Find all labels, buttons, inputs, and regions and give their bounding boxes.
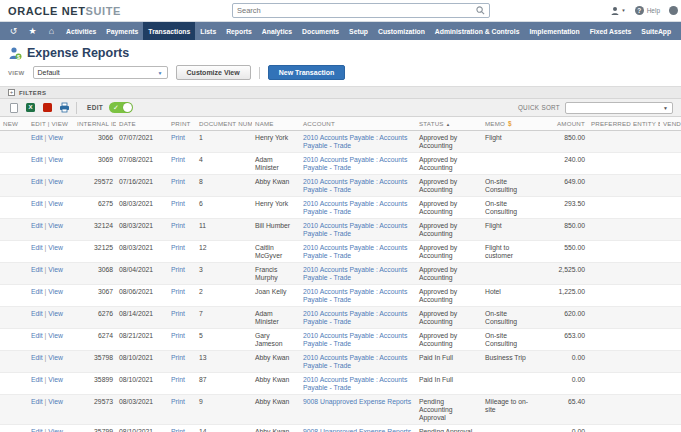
edit-link[interactable]: Edit <box>31 332 43 339</box>
account-link[interactable]: 2010 Accounts Payable : Accounts Payable… <box>303 354 407 369</box>
print-link[interactable]: Print <box>171 332 185 339</box>
nav-item-reports[interactable]: Reports <box>221 22 257 40</box>
nav-item-setup[interactable]: Setup <box>344 22 373 40</box>
customize-view-button[interactable]: Customize View <box>176 65 251 80</box>
edit-link[interactable]: Edit <box>31 354 43 361</box>
account-link[interactable]: 9008 Unapproved Expense Reports <box>303 428 411 432</box>
nav-item-lists[interactable]: Lists <box>195 22 221 40</box>
col-header-memo[interactable]: MEMO$ <box>482 117 540 130</box>
print-link[interactable]: Print <box>171 222 185 229</box>
edit-link[interactable]: Edit <box>31 376 43 383</box>
edit-link[interactable]: Edit <box>31 310 43 317</box>
view-link[interactable]: View <box>48 288 63 295</box>
nav-item-payments[interactable]: Payments <box>101 22 143 40</box>
col-header-new[interactable]: NEW <box>0 117 28 130</box>
view-link[interactable]: View <box>48 200 63 207</box>
col-header-name[interactable]: NAME <box>252 117 300 130</box>
col-header-vendor-bank[interactable]: VENDOR BANK <box>660 117 681 130</box>
edit-link[interactable]: Edit <box>31 398 43 405</box>
edit-link[interactable]: Edit <box>31 288 43 295</box>
view-link[interactable]: View <box>48 398 63 405</box>
nav-item-implementation[interactable]: Implementation <box>524 22 584 40</box>
edit-link[interactable]: Edit <box>31 244 43 251</box>
account-link[interactable]: 9008 Unapproved Expense Reports <box>303 398 411 405</box>
print-link[interactable]: Print <box>171 354 185 361</box>
nav-item-fixed-assets[interactable]: Fixed Assets <box>585 22 637 40</box>
export-pdf-button[interactable] <box>42 102 53 113</box>
print-link[interactable]: Print <box>171 200 185 207</box>
view-link[interactable]: View <box>48 428 63 432</box>
account-link[interactable]: 2010 Accounts Payable : Accounts Payable… <box>303 288 407 303</box>
col-header-status[interactable]: STATUS▲ <box>416 117 482 130</box>
edit-link[interactable]: Edit <box>31 266 43 273</box>
col-header-account[interactable]: ACCOUNT <box>300 117 416 130</box>
print-link[interactable]: Print <box>171 134 185 141</box>
filters-bar[interactable]: + FILTERS <box>0 86 681 99</box>
view-link[interactable]: View <box>48 134 63 141</box>
print-link[interactable]: Print <box>171 178 185 185</box>
print-link[interactable]: Print <box>171 376 185 383</box>
col-header-date[interactable]: DATE <box>116 117 168 130</box>
account-link[interactable]: 2010 Accounts Payable : Accounts Payable… <box>303 244 407 259</box>
account-link[interactable]: 2010 Accounts Payable : Accounts Payable… <box>303 156 407 171</box>
new-transaction-button[interactable]: New Transaction <box>268 65 346 80</box>
view-link[interactable]: View <box>48 354 63 361</box>
nav-item-analytics[interactable]: Analytics <box>257 22 297 40</box>
global-search[interactable] <box>232 3 490 18</box>
col-header-document-number[interactable]: DOCUMENT NUMBER <box>196 117 252 130</box>
account-link[interactable]: 2010 Accounts Payable : Accounts Payable… <box>303 376 407 391</box>
roles-menu[interactable]: ▼ <box>610 6 625 16</box>
shortcuts-star-icon[interactable]: ★ <box>23 22 42 40</box>
view-link[interactable]: View <box>48 376 63 383</box>
view-link[interactable]: View <box>48 332 63 339</box>
view-select[interactable]: Default ▼ <box>33 66 168 79</box>
edit-link[interactable]: Edit <box>31 178 43 185</box>
home-icon[interactable]: ⌂ <box>42 22 61 40</box>
print-link[interactable]: Print <box>171 288 185 295</box>
view-link[interactable]: View <box>48 156 63 163</box>
feedback-icon[interactable] <box>669 6 678 15</box>
account-link[interactable]: 2010 Accounts Payable : Accounts Payable… <box>303 332 407 347</box>
print-link[interactable]: Print <box>171 244 185 251</box>
nav-item-activities[interactable]: Activities <box>61 22 101 40</box>
view-link[interactable]: View <box>48 310 63 317</box>
view-link[interactable]: View <box>48 222 63 229</box>
col-header-print[interactable]: PRINT <box>168 117 196 130</box>
print-button[interactable] <box>59 102 70 113</box>
recent-records-icon[interactable]: ↺ <box>4 22 23 40</box>
view-link[interactable]: View <box>48 266 63 273</box>
nav-item-documents[interactable]: Documents <box>297 22 344 40</box>
help-button[interactable]: ? Help <box>635 6 660 15</box>
col-header-edit-view[interactable]: EDIT | VIEW <box>28 117 74 130</box>
account-link[interactable]: 2010 Accounts Payable : Accounts Payable… <box>303 266 407 281</box>
export-csv-button[interactable] <box>8 102 19 113</box>
nav-item-transactions[interactable]: Transactions <box>143 22 195 40</box>
global-search-input[interactable] <box>237 6 476 15</box>
account-link[interactable]: 2010 Accounts Payable : Accounts Payable… <box>303 200 407 215</box>
nav-item-administration-controls[interactable]: Administration & Controls <box>430 22 525 40</box>
edit-link[interactable]: Edit <box>31 200 43 207</box>
print-link[interactable]: Print <box>171 266 185 273</box>
account-link[interactable]: 2010 Accounts Payable : Accounts Payable… <box>303 222 407 237</box>
edit-toggle[interactable]: ✓ <box>109 102 133 113</box>
edit-link[interactable]: Edit <box>31 428 43 432</box>
account-link[interactable]: 2010 Accounts Payable : Accounts Payable… <box>303 178 407 193</box>
quick-sort-select[interactable]: ▼ <box>565 102 673 114</box>
view-link[interactable]: View <box>48 244 63 251</box>
print-link[interactable]: Print <box>171 156 185 163</box>
account-link[interactable]: 2010 Accounts Payable : Accounts Payable… <box>303 310 407 325</box>
col-header-internal-id[interactable]: INTERNAL ID <box>74 117 116 130</box>
col-header-preferred-entity-bank[interactable]: PREFERRED ENTITY BANK <box>588 117 660 130</box>
view-link[interactable]: View <box>48 178 63 185</box>
nav-item-customization[interactable]: Customization <box>373 22 430 40</box>
edit-link[interactable]: Edit <box>31 222 43 229</box>
col-header-amount[interactable]: AMOUNT <box>540 117 588 130</box>
export-excel-button[interactable]: X <box>25 102 36 113</box>
print-link[interactable]: Print <box>171 398 185 405</box>
edit-link[interactable]: Edit <box>31 156 43 163</box>
account-link[interactable]: 2010 Accounts Payable : Accounts Payable… <box>303 134 407 149</box>
print-link[interactable]: Print <box>171 310 185 317</box>
edit-link[interactable]: Edit <box>31 134 43 141</box>
nav-item-suiteapp[interactable]: SuiteApp <box>636 22 676 40</box>
print-link[interactable]: Print <box>171 428 185 432</box>
